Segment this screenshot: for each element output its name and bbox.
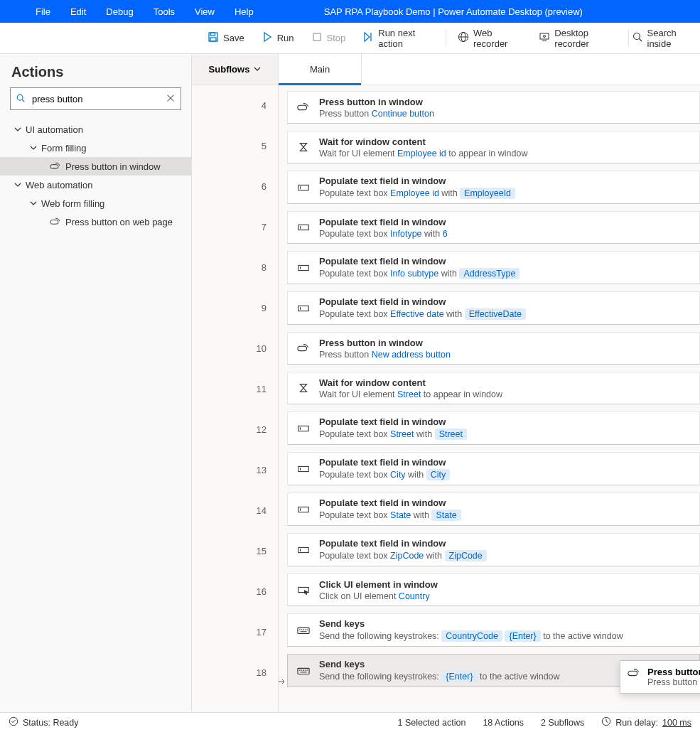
web-recorder-button[interactable]: Web recorder bbox=[449, 23, 530, 54]
flow-step[interactable]: Populate text field in windowPopulate te… bbox=[287, 251, 700, 284]
step-subtitle: Press button New address button bbox=[319, 350, 451, 360]
svg-line-14 bbox=[22, 99, 24, 102]
step-subtitle: Populate text box Effective date with Ef… bbox=[319, 308, 526, 320]
wait-icon bbox=[296, 141, 311, 153]
step-title: Send keys bbox=[319, 659, 560, 669]
actions-panel: Actions UI automation Form filling Press… bbox=[0, 54, 192, 712]
flow-step[interactable]: Populate text field in windowPopulate te… bbox=[287, 533, 700, 566]
svg-rect-19 bbox=[298, 105, 307, 109]
svg-rect-35 bbox=[298, 547, 308, 552]
subflows-dropdown[interactable]: Subflows bbox=[192, 54, 278, 85]
line-number-gutter: 456789101112131415161718 bbox=[192, 85, 278, 693]
svg-rect-22 bbox=[298, 225, 308, 230]
step-title: Populate text field in window bbox=[319, 256, 519, 267]
flow-step[interactable]: Click UI element in windowClick on UI el… bbox=[287, 574, 700, 606]
svg-rect-38 bbox=[298, 628, 309, 633]
run-button[interactable]: Run bbox=[253, 23, 303, 54]
step-title: Populate text field in window bbox=[319, 176, 515, 186]
search-icon bbox=[16, 93, 26, 106]
status-actions: 18 Actions bbox=[483, 718, 524, 728]
desktop-recorder-button[interactable]: Desktop recorder bbox=[530, 23, 625, 54]
save-button[interactable]: Save bbox=[199, 23, 253, 54]
run-next-label: Run next action bbox=[378, 28, 434, 49]
svg-point-53 bbox=[9, 717, 17, 725]
tree-group-web-form-filling[interactable]: Web form filling bbox=[0, 194, 191, 212]
step-subtitle: Populate text box Employee id with Emplo… bbox=[319, 188, 515, 199]
svg-rect-2 bbox=[210, 38, 216, 41]
actions-tree: UI automation Form filling Press button … bbox=[0, 117, 191, 234]
main-menu: File Edit Debug Tools View Help bbox=[0, 0, 264, 23]
svg-rect-18 bbox=[50, 220, 58, 225]
actions-search bbox=[10, 87, 181, 110]
text-icon bbox=[296, 504, 311, 515]
tree-item-press-button-on-web-page[interactable]: Press button on web page bbox=[0, 212, 191, 231]
clear-icon[interactable] bbox=[166, 93, 176, 106]
tree-group-form-filling[interactable]: Form filling bbox=[0, 139, 191, 157]
status-selected: 1 Selected action bbox=[397, 718, 465, 728]
text-icon bbox=[296, 463, 311, 475]
save-label: Save bbox=[223, 33, 244, 43]
toolbar-search[interactable]: Search inside bbox=[632, 28, 701, 49]
pane-splitter[interactable] bbox=[277, 85, 278, 712]
svg-rect-1 bbox=[211, 33, 215, 36]
step-subtitle: Send the following keystrokes: CountryCo… bbox=[319, 630, 623, 642]
text-icon bbox=[296, 423, 311, 434]
tree-label: Web form filling bbox=[41, 198, 104, 209]
menu-edit[interactable]: Edit bbox=[60, 0, 96, 23]
actions-header: Actions bbox=[0, 54, 191, 87]
line-number: 4 bbox=[192, 85, 278, 126]
status-subflows: 2 Subflows bbox=[541, 718, 584, 728]
toolbar: Save Run Stop Run next action Web record… bbox=[0, 23, 700, 54]
svg-line-12 bbox=[639, 39, 642, 42]
keys-icon bbox=[296, 625, 311, 636]
flow-step[interactable]: Populate text field in windowPopulate te… bbox=[287, 211, 700, 244]
web-recorder-label: Web recorder bbox=[473, 28, 522, 49]
line-number: 10 bbox=[192, 328, 278, 369]
line-number: 11 bbox=[192, 369, 278, 409]
flow-step[interactable]: Press button in windowPress button New a… bbox=[287, 332, 700, 365]
text-icon bbox=[296, 544, 311, 556]
drag-tooltip-sub: Press button in window bbox=[647, 677, 700, 687]
tree-group-ui-automation[interactable]: UI automation bbox=[0, 120, 191, 139]
press-button-icon bbox=[628, 667, 640, 680]
title-bar: File Edit Debug Tools View Help SAP RPA … bbox=[0, 0, 700, 23]
press-button-icon bbox=[50, 162, 61, 171]
menu-tools[interactable]: Tools bbox=[144, 0, 185, 23]
flow-step[interactable]: Populate text field in windowPopulate te… bbox=[287, 493, 700, 526]
run-delay-value[interactable]: 100 ms bbox=[662, 718, 691, 728]
line-number: 13 bbox=[192, 450, 278, 490]
drag-tooltip-title: Press button in window bbox=[647, 667, 700, 677]
menu-file[interactable]: File bbox=[26, 0, 60, 23]
actions-search-input[interactable] bbox=[10, 87, 181, 110]
step-subtitle: Populate text box City with City bbox=[319, 469, 450, 480]
flow-step[interactable]: Wait for window contentWait for UI eleme… bbox=[287, 131, 700, 163]
flow-step[interactable]: Press button in windowPress button Conti… bbox=[287, 91, 700, 124]
tree-label: Press button in window bbox=[65, 161, 161, 172]
menu-help[interactable]: Help bbox=[225, 0, 264, 23]
tree-group-web-automation[interactable]: Web automation bbox=[0, 176, 191, 194]
monitor-icon bbox=[539, 31, 550, 45]
svg-rect-52 bbox=[628, 671, 637, 675]
tree-item-press-button-in-window[interactable]: Press button in window bbox=[0, 157, 191, 176]
menu-debug[interactable]: Debug bbox=[96, 0, 143, 23]
desktop-recorder-label: Desktop recorder bbox=[554, 28, 616, 49]
menu-view[interactable]: View bbox=[185, 0, 225, 23]
drag-handle-icon[interactable] bbox=[279, 678, 286, 685]
svg-point-11 bbox=[633, 33, 640, 40]
flow-step[interactable]: Populate text field in windowPopulate te… bbox=[287, 411, 700, 445]
step-subtitle: Populate text box Infotype with 6 bbox=[319, 229, 448, 239]
run-next-button[interactable]: Run next action bbox=[354, 23, 443, 54]
toolbar-separator bbox=[628, 30, 629, 47]
flow-step[interactable]: Populate text field in windowPopulate te… bbox=[287, 291, 700, 325]
status-ready: Status: Ready bbox=[23, 718, 79, 728]
line-number: 12 bbox=[192, 409, 278, 450]
tab-main[interactable]: Main bbox=[279, 54, 362, 85]
text-icon bbox=[296, 262, 311, 274]
svg-rect-28 bbox=[298, 346, 307, 350]
flow-step[interactable]: Send keysSend the following keystrokes: … bbox=[287, 613, 700, 647]
flow-step[interactable]: Wait for window contentWait for UI eleme… bbox=[287, 372, 700, 404]
flow-step[interactable]: Populate text field in windowPopulate te… bbox=[287, 171, 700, 204]
stop-button[interactable]: Stop bbox=[303, 23, 355, 54]
run-delay-label: Run delay: bbox=[615, 718, 658, 728]
flow-step[interactable]: Populate text field in windowPopulate te… bbox=[287, 452, 700, 485]
